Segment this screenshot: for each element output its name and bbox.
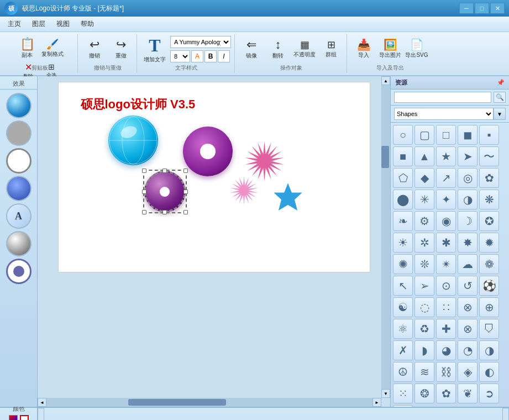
shape-item-soccer[interactable]: ⚽: [479, 276, 499, 296]
vertical-scrollbar[interactable]: ▲ ▼: [381, 76, 390, 398]
shape-item-asterisk[interactable]: ✲: [414, 233, 434, 253]
maximize-button[interactable]: □: [475, 3, 489, 14]
import-button[interactable]: 📥 导入: [351, 35, 376, 64]
add-text-button[interactable]: T 增加文字: [141, 35, 168, 64]
menu-layers[interactable]: 图层: [27, 17, 51, 31]
shape-item-star5[interactable]: ★: [436, 146, 456, 166]
shape-item-partial[interactable]: ◕: [436, 340, 456, 360]
shape-item-decorative[interactable]: ✿: [479, 168, 499, 188]
search-button[interactable]: 🔍: [494, 92, 506, 103]
font-bold-button[interactable]: B: [204, 50, 217, 62]
shape-item-star4a[interactable]: ✺: [393, 254, 413, 274]
shape-spiky-pink-small[interactable]: [229, 175, 259, 206]
shape-item-dark-blob[interactable]: ✿: [436, 384, 456, 403]
export-svg-button[interactable]: 📄 导出SVG: [405, 35, 429, 64]
shape-item-dots[interactable]: ∷: [436, 297, 456, 317]
font-family-select[interactable]: A Yummy Apology: [170, 36, 231, 48]
shape-item-wave2[interactable]: ≋: [414, 362, 434, 382]
close-button[interactable]: ✕: [490, 3, 505, 14]
shape-item-spiky1[interactable]: ✳: [414, 190, 434, 209]
shape-purple-donut[interactable]: [183, 127, 233, 176]
shape-item-star8[interactable]: ✴: [436, 254, 456, 274]
shape-item-cross[interactable]: ✚: [436, 319, 456, 339]
design-canvas[interactable]: 硕思logo设计师 V3.5: [58, 82, 370, 272]
shape-item-recycle[interactable]: ♻: [414, 319, 434, 339]
shape-item-x-circle[interactable]: ⊗: [458, 319, 477, 339]
shape-item-circle3[interactable]: ⊙: [436, 276, 456, 296]
effect-blue[interactable]: [6, 176, 32, 201]
shape-item-dark-arrow[interactable]: ➲: [479, 384, 499, 403]
shape-item-arrow2[interactable]: ↗: [436, 168, 456, 188]
shape-item-asterisk2[interactable]: ✱: [436, 233, 456, 253]
effect-chrome[interactable]: [6, 231, 32, 256]
shape-item-half2[interactable]: ◐: [479, 362, 499, 382]
shape-item-star2[interactable]: ✪: [479, 211, 499, 231]
shape-item-circle[interactable]: ○: [393, 125, 413, 145]
shape-item-atom[interactable]: ⚛: [393, 319, 413, 339]
effect-gradient-ball[interactable]: [6, 93, 32, 118]
shape-cyan-sphere[interactable]: [108, 116, 158, 165]
font-size-select[interactable]: 8: [170, 50, 190, 62]
shape-item-pac2[interactable]: ◑: [479, 340, 499, 360]
menu-help[interactable]: 帮助: [75, 17, 99, 31]
shape-item-blob[interactable]: ❁: [479, 254, 499, 274]
opacity-button[interactable]: ▦ 不透明度: [292, 35, 317, 64]
shape-item-ball1[interactable]: ⬤: [393, 190, 413, 209]
shapes-category-select[interactable]: Shapes: [394, 108, 494, 120]
shape-item-spiky2[interactable]: ❋: [479, 190, 499, 209]
shape-item-shield[interactable]: ⛉: [479, 319, 499, 339]
window-controls[interactable]: ─ □ ✕: [459, 3, 505, 14]
shape-item-pac[interactable]: ◔: [458, 340, 477, 360]
effect-flat[interactable]: [6, 120, 32, 146]
search-input[interactable]: [394, 92, 491, 103]
handle-tl[interactable]: [142, 169, 146, 173]
shape-item-links[interactable]: ⛓: [436, 362, 456, 382]
shape-item-x-shield[interactable]: ✗: [393, 340, 413, 360]
effect-text[interactable]: A: [6, 203, 32, 229]
shape-item-half-ring[interactable]: ◗: [414, 340, 434, 360]
menu-home[interactable]: 主页: [2, 17, 27, 31]
shape-item-cloud[interactable]: ☁: [458, 254, 477, 274]
shape-item-yin[interactable]: ☯: [393, 297, 413, 317]
shape-selected-ball[interactable]: [144, 171, 186, 212]
export-img-button[interactable]: 🖼️ 导出图片: [378, 35, 402, 64]
handle-tr[interactable]: [183, 169, 188, 173]
scroll-left-button[interactable]: ◄: [38, 398, 46, 407]
scroll-right-button[interactable]: ►: [372, 398, 381, 407]
shape-item-peace[interactable]: ☮: [393, 362, 413, 382]
color-picker-icon[interactable]: [9, 415, 18, 421]
shape-item-eye[interactable]: ◈: [458, 362, 477, 382]
color-white-swatch[interactable]: [20, 415, 29, 421]
shape-item-wave[interactable]: 〜: [479, 146, 499, 166]
redo-button[interactable]: ↪ 重做: [109, 35, 133, 64]
flip-button[interactable]: ↕ 翻转: [266, 35, 290, 64]
scroll-up-button[interactable]: ▲: [381, 76, 390, 85]
group-button[interactable]: ⊞ 群组: [319, 35, 343, 64]
shape-item-crescent[interactable]: ☽: [458, 211, 477, 231]
shape-item-arrow4[interactable]: ➢: [414, 276, 434, 296]
handle-bl[interactable]: [142, 210, 146, 214]
copy-format-button[interactable]: 🖌️ 复制格式: [40, 34, 65, 63]
shape-item-star4b[interactable]: ❊: [414, 254, 434, 274]
effect-outline[interactable]: [6, 148, 32, 174]
shape-item-pentagon[interactable]: ⬠: [393, 168, 413, 188]
shape-item-dark-rounded[interactable]: ▪: [479, 125, 499, 145]
shape-item-sun[interactable]: ☀: [393, 233, 413, 253]
shapes-dropdown-button[interactable]: ▼: [494, 108, 506, 120]
shape-item-half-circle[interactable]: ◑: [458, 190, 477, 209]
shape-item-triangle[interactable]: ▲: [414, 146, 434, 166]
minimize-button[interactable]: ─: [459, 3, 474, 14]
shape-item-arrow3[interactable]: ↖: [393, 276, 413, 296]
mirror-button[interactable]: ⇐ 镜像: [239, 35, 264, 64]
shape-item-rounded-rect[interactable]: ▢: [414, 125, 434, 145]
shape-item-star6[interactable]: ✦: [436, 190, 456, 209]
shape-item-ring2[interactable]: ⊗: [458, 297, 477, 317]
shape-item-badge[interactable]: ✸: [458, 233, 477, 253]
shape-item-leaf[interactable]: ❧: [393, 211, 413, 231]
shape-item-circle2[interactable]: ◉: [436, 211, 456, 231]
scroll-down-button[interactable]: ▼: [381, 389, 390, 398]
shape-item-spin[interactable]: ↺: [458, 276, 477, 296]
undo-button[interactable]: ↩ 撤销: [82, 35, 107, 64]
shape-item-dark-rect[interactable]: ◼: [458, 125, 477, 145]
shape-item-blob2[interactable]: ❂: [414, 384, 434, 403]
